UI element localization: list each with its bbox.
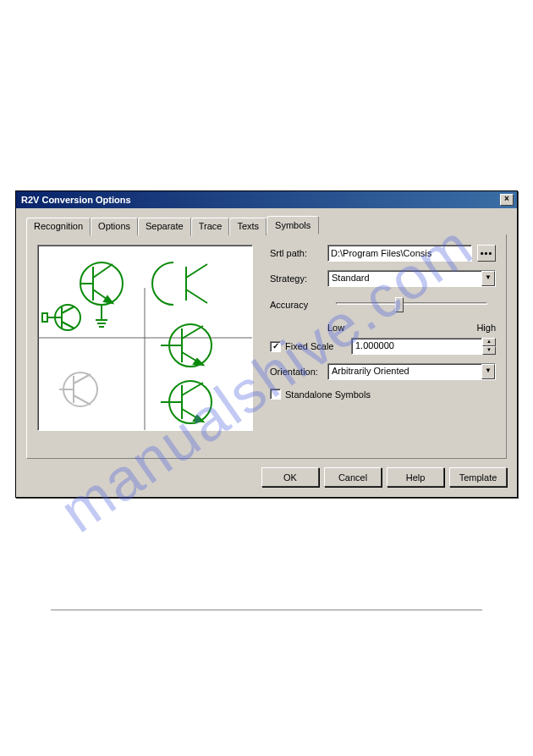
strategy-value: Standard <box>328 271 481 286</box>
accuracy-slider[interactable] <box>327 295 496 314</box>
dialog-title: R2V Conversion Options <box>19 195 131 205</box>
slider-track <box>336 302 487 305</box>
standalone-checkbox-group[interactable]: Standalone Symbols <box>270 389 371 400</box>
orientation-value: Arbitrarily Oriented <box>328 364 481 379</box>
standalone-row: Standalone Symbols <box>270 389 496 400</box>
tab-texts[interactable]: Texts <box>229 218 266 235</box>
spin-up-icon[interactable]: ▲ <box>482 338 496 346</box>
tab-recognition[interactable]: Recognition <box>26 218 91 235</box>
symbol-preview <box>37 245 253 431</box>
dialog-buttons: OK Cancel Help Template <box>26 467 507 487</box>
accuracy-low-label: Low <box>327 323 344 333</box>
fixed-scale-spinner[interactable]: 1.000000 ▲ ▼ <box>351 338 496 355</box>
accuracy-high-label: High <box>476 323 496 333</box>
preview-svg <box>38 246 252 430</box>
tab-options[interactable]: Options <box>91 218 138 235</box>
svg-line-14 <box>62 306 74 313</box>
svg-line-36 <box>74 374 91 384</box>
titlebar: R2V Conversion Options × <box>16 191 517 208</box>
svg-line-30 <box>182 383 203 395</box>
ok-button[interactable]: OK <box>261 467 319 487</box>
svg-line-15 <box>62 322 74 328</box>
standalone-checkbox[interactable] <box>270 389 281 400</box>
controls-column: Srtl path: ••• Strategy: Standard ▼ Accu… <box>270 245 496 448</box>
spin-buttons: ▲ ▼ <box>482 338 496 355</box>
template-button[interactable]: Template <box>449 467 507 487</box>
fixed-scale-row: ✓ Fixed Scale 1.000000 ▲ ▼ <box>270 338 496 355</box>
slider-thumb[interactable] <box>395 297 404 312</box>
tab-symbols[interactable]: Symbols <box>266 216 319 235</box>
svg-line-5 <box>93 264 113 278</box>
strategy-dropdown[interactable]: Standard ▼ <box>327 270 496 287</box>
spin-down-icon[interactable]: ▼ <box>482 346 496 355</box>
accuracy-row: Accuracy <box>270 295 496 314</box>
browse-button[interactable]: ••• <box>477 245 496 262</box>
tab-separate[interactable]: Separate <box>138 218 191 235</box>
slider-labels: Low High <box>327 323 496 333</box>
cancel-button[interactable]: Cancel <box>324 467 382 487</box>
srtl-row: Srtl path: ••• <box>270 245 496 262</box>
horizontal-rule <box>51 610 482 610</box>
srtl-path-input[interactable] <box>327 245 472 262</box>
chevron-down-icon: ▼ <box>481 364 495 379</box>
help-button[interactable]: Help <box>387 467 444 487</box>
chevron-down-icon: ▼ <box>481 271 495 286</box>
dialog-body: Recognition Options Separate Trace Texts… <box>16 208 517 497</box>
orientation-row: Orientation: Arbitrarily Oriented ▼ <box>270 363 496 380</box>
fixed-scale-label: Fixed Scale <box>285 341 333 351</box>
orientation-label: Orientation: <box>270 367 322 377</box>
strategy-row: Strategy: Standard ▼ <box>270 270 496 287</box>
svg-line-37 <box>74 395 91 405</box>
tab-panel: Srtl path: ••• Strategy: Standard ▼ Accu… <box>26 235 507 459</box>
dialog-window: R2V Conversion Options × Recognition Opt… <box>15 190 518 498</box>
close-button[interactable]: × <box>500 194 514 206</box>
strategy-label: Strategy: <box>270 273 322 284</box>
standalone-label: Standalone Symbols <box>285 389 371 400</box>
srtl-label: Srtl path: <box>270 248 322 258</box>
accuracy-label: Accuracy <box>270 300 322 310</box>
fixed-scale-checkbox[interactable]: ✓ <box>270 341 281 352</box>
svg-line-9 <box>186 264 207 278</box>
tab-trace[interactable]: Trace <box>191 218 230 235</box>
svg-rect-16 <box>42 313 47 322</box>
tab-row: Recognition Options Separate Trace Texts… <box>26 218 507 235</box>
orientation-dropdown[interactable]: Arbitrarily Oriented ▼ <box>327 363 496 380</box>
svg-line-24 <box>182 326 203 339</box>
svg-line-10 <box>186 290 207 303</box>
fixed-scale-checkbox-group[interactable]: ✓ Fixed Scale <box>270 341 346 352</box>
fixed-scale-value[interactable]: 1.000000 <box>351 338 482 355</box>
